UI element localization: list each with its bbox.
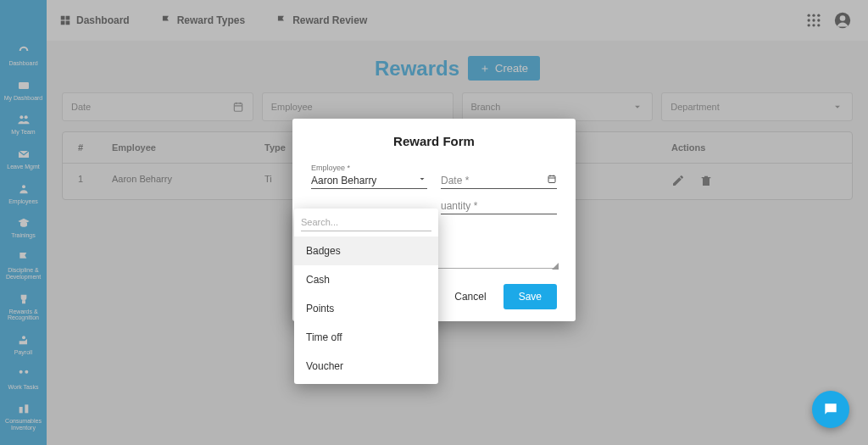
- field-employee[interactable]: Employee *: [311, 164, 427, 189]
- cancel-button[interactable]: Cancel: [446, 284, 494, 309]
- label-employee: Employee *: [311, 164, 427, 172]
- svg-rect-27: [548, 176, 555, 183]
- dropdown-option-points[interactable]: Points: [294, 294, 438, 323]
- type-dropdown-panel: Badges Cash Points Time off Voucher: [294, 209, 438, 384]
- save-button[interactable]: Save: [504, 284, 557, 309]
- chat-icon: [822, 401, 839, 418]
- field-date[interactable]: .: [441, 164, 557, 189]
- date-input[interactable]: [441, 173, 557, 189]
- chat-fab[interactable]: [812, 391, 849, 428]
- dropdown-option-timeoff[interactable]: Time off: [294, 323, 438, 352]
- dropdown-search-input[interactable]: [301, 214, 431, 231]
- field-quantity[interactable]: [441, 197, 557, 214]
- resize-handle-icon[interactable]: [552, 263, 559, 270]
- calendar-icon[interactable]: [547, 174, 557, 184]
- dropdown-option-cash[interactable]: Cash: [294, 265, 438, 294]
- employee-select[interactable]: [311, 173, 427, 189]
- dropdown-option-voucher[interactable]: Voucher: [294, 352, 438, 381]
- dropdown-option-badges[interactable]: Badges: [294, 236, 438, 265]
- quantity-input[interactable]: [441, 198, 557, 214]
- chevron-down-icon: [417, 174, 427, 184]
- modal-title: Reward Form: [311, 134, 557, 148]
